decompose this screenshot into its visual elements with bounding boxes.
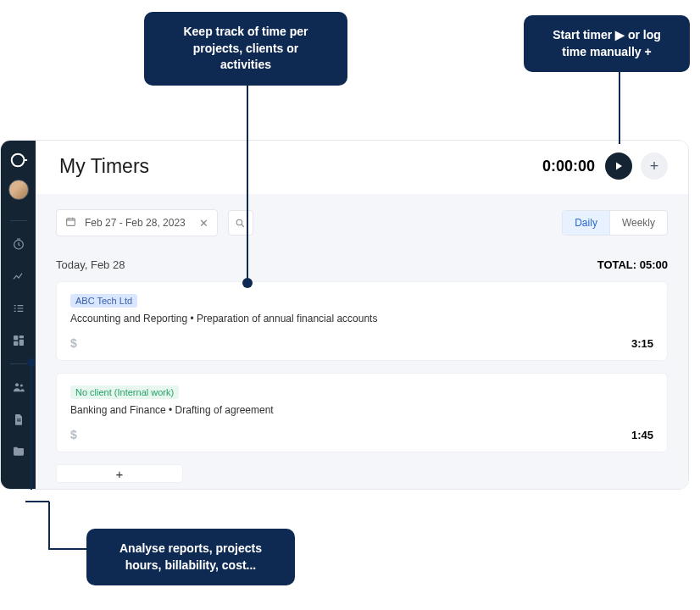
calendar-icon <box>65 216 76 230</box>
entry-description: Banking and Finance • Drafting of agreem… <box>70 404 653 416</box>
callout-track-dot <box>242 278 253 288</box>
view-daily-tab[interactable]: Daily <box>563 211 610 235</box>
billable-icon[interactable]: $ <box>70 428 77 441</box>
entry-description: Accounting and Reporting • Preparation o… <box>70 313 653 324</box>
client-tag: ABC Tech Ltd <box>70 294 137 308</box>
callout-timer: Start timer ▶ or log time manually + <box>524 15 690 72</box>
time-entry[interactable]: ABC Tech LtdAccounting and Reporting • P… <box>56 281 668 361</box>
avatar[interactable] <box>8 180 29 200</box>
view-weekly-tab[interactable]: Weekly <box>610 211 667 235</box>
day-label: Today, Feb 28 <box>56 258 125 271</box>
nav-team-icon[interactable] <box>7 375 31 399</box>
nav-timer-icon[interactable] <box>7 232 31 256</box>
toolbar: Feb 27 - Feb 28, 2023 ✕ Daily Weekly <box>56 209 668 236</box>
svg-point-11 <box>236 219 242 225</box>
header: My Timers 0:00:00 + <box>36 141 688 194</box>
add-time-button[interactable]: + <box>641 152 668 180</box>
entry-duration: 3:15 <box>631 337 653 350</box>
svg-rect-5 <box>14 341 18 346</box>
callout-reports-line-v <box>48 502 50 548</box>
entry-list: ABC Tech LtdAccounting and Reporting • P… <box>56 281 668 452</box>
sidebar-divider <box>10 220 27 221</box>
nav-trend-icon[interactable] <box>7 264 31 288</box>
svg-rect-8 <box>17 419 21 419</box>
sidebar-divider-2 <box>10 363 27 364</box>
clear-date-icon[interactable]: ✕ <box>194 217 208 230</box>
svg-rect-9 <box>17 420 21 421</box>
callout-track-line <box>247 83 248 280</box>
add-entry-button[interactable]: + <box>56 464 183 483</box>
client-tag: No client (Internal work) <box>70 385 179 399</box>
callout-reports-line-v2 <box>31 364 32 490</box>
callout-reports-line-h <box>48 548 88 550</box>
svg-point-6 <box>15 383 19 386</box>
svg-rect-2 <box>14 336 18 340</box>
start-timer-button[interactable] <box>605 152 632 180</box>
day-header: Today, Feb 28 TOTAL: 05:00 <box>56 258 668 271</box>
entry-duration: 1:45 <box>631 429 653 441</box>
content-area: Feb 27 - Feb 28, 2023 ✕ Daily Weekly Tod… <box>36 194 688 489</box>
svg-rect-10 <box>67 219 75 226</box>
page-title: My Timers <box>59 155 542 178</box>
timer-display: 0:00:00 <box>542 158 595 175</box>
svg-point-0 <box>11 154 24 167</box>
svg-rect-4 <box>19 340 23 346</box>
date-range-text: Feb 27 - Feb 28, 2023 <box>85 217 186 229</box>
time-entry[interactable]: No client (Internal work)Banking and Fin… <box>56 373 668 452</box>
date-range-picker[interactable]: Feb 27 - Feb 28, 2023 ✕ <box>56 209 218 236</box>
callout-reports: Analyse reports, projects hours, billabi… <box>86 529 295 585</box>
callout-timer-line <box>619 63 620 144</box>
billable-icon[interactable]: $ <box>70 336 77 350</box>
nav-list-icon[interactable] <box>7 297 31 320</box>
nav-folder-icon[interactable] <box>7 440 31 463</box>
svg-point-7 <box>19 384 22 386</box>
nav-doc-icon[interactable] <box>7 408 31 431</box>
callout-track: Keep track of time per projects, clients… <box>144 12 347 86</box>
main-panel: My Timers 0:00:00 + Feb 27 - Feb 28, 202… <box>36 141 688 489</box>
day-total: TOTAL: 05:00 <box>597 258 668 271</box>
search-button[interactable] <box>228 210 253 236</box>
svg-rect-3 <box>19 336 23 338</box>
app-window: My Timers 0:00:00 + Feb 27 - Feb 28, 202… <box>0 140 689 490</box>
view-toggle: Daily Weekly <box>562 210 668 236</box>
callout-reports-line-h2 <box>25 501 49 502</box>
nav-dashboard-icon[interactable] <box>7 329 31 352</box>
logo-icon[interactable] <box>9 151 28 169</box>
